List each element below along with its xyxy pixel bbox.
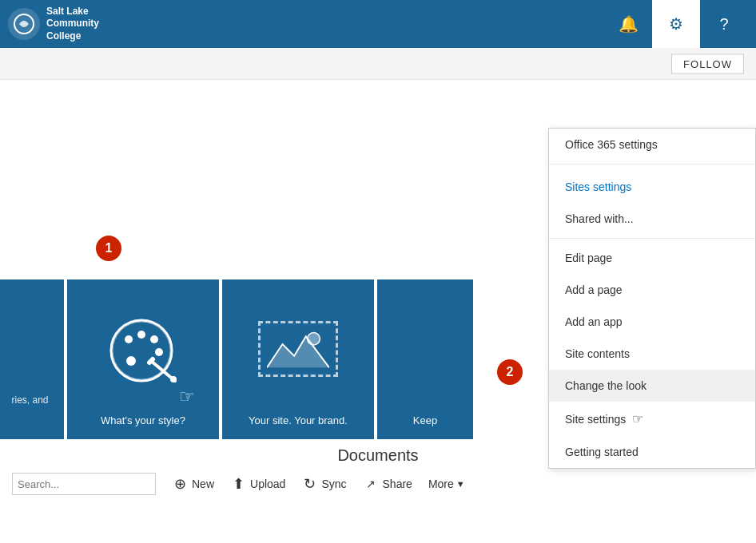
svg-point-6 [155,348,163,356]
document-search-input[interactable] [12,473,156,495]
logo-icon [8,8,40,40]
tile-keep-icon-area [385,287,465,410]
main-content: 1 2 ries, and [0,80,756,543]
notifications-button[interactable]: 🔔 [604,0,652,48]
gear-icon: ⚙ [669,14,683,34]
svg-point-11 [308,332,320,345]
dropdown-divider-2 [549,238,755,239]
tile-brand-icon-area [230,287,366,410]
logo: Salt Lake Community College [8,6,99,43]
documents-toolbar: ⊕ New ⬆ Upload ↻ Sync ↗ Share More ▼ [12,473,744,495]
follow-button[interactable]: FOLLOW [671,54,744,73]
svg-point-5 [150,335,158,343]
svg-line-9 [149,359,153,363]
step2-badge: 2 [497,359,523,385]
logo-text: Salt Lake Community College [46,6,99,43]
tile-keep[interactable]: Keep [377,279,473,439]
chevron-down-icon: ▼ [456,479,465,489]
help-button[interactable]: ? [700,0,748,48]
new-button[interactable]: ⊕ New [172,476,214,492]
step1-badge: 1 [96,236,121,261]
change-look-item[interactable]: Change the look [549,370,755,402]
header: Salt Lake Community College 🔔 ⚙ ? [0,0,756,48]
site-contents-item[interactable]: Site contents [549,338,755,370]
tile-partial-text: ries, and [11,287,52,431]
more-button[interactable]: More ▼ [428,478,465,490]
getting-started-item[interactable]: Getting started [549,436,755,468]
sites-settings-item[interactable]: Sites settings [549,168,755,203]
share-button[interactable]: ↗ Share [363,476,412,492]
site-settings-item[interactable]: Site settings ☞ [549,402,755,436]
svg-point-4 [137,331,145,339]
shared-with-item[interactable]: Shared with... [549,203,755,235]
settings-button[interactable]: ⚙ [652,0,700,48]
upload-button[interactable]: ⬆ Upload [230,476,285,492]
landscape-icon [267,324,329,368]
question-icon: ? [719,15,728,34]
sync-icon: ↻ [301,476,317,492]
tile-style[interactable]: What's your style? ☞ [67,279,219,439]
tile-keep-label: Keep [413,414,437,431]
upload-icon: ⬆ [230,476,246,492]
tile-brand-label: Your site. Your brand. [249,414,348,431]
tile-brand[interactable]: Your site. Your brand. [222,279,374,439]
svg-point-10 [170,376,177,382]
secondary-bar: FOLLOW [0,48,756,80]
bell-icon: 🔔 [619,14,639,34]
cursor-icon: ☞ [179,386,195,407]
tile-style-label: What's your style? [101,414,185,431]
edit-page-item[interactable]: Edit page [549,242,755,274]
palette-icon [103,309,183,389]
image-placeholder-icon [258,321,338,377]
cursor-hand-icon: ☞ [632,411,643,426]
new-icon: ⊕ [172,476,188,492]
share-icon: ↗ [363,476,379,492]
header-icons: 🔔 ⚙ ? [604,0,748,48]
svg-point-7 [126,356,136,366]
add-page-item[interactable]: Add a page [549,274,755,306]
tile-partial[interactable]: ries, and [0,279,64,439]
sync-button[interactable]: ↻ Sync [301,476,346,492]
office365-settings-item[interactable]: Office 365 settings [549,129,755,161]
dropdown-menu: Office 365 settings Sites settings Share… [548,128,756,469]
add-app-item[interactable]: Add an app [549,306,755,338]
svg-point-3 [125,335,133,343]
dropdown-divider-1 [549,164,755,164]
